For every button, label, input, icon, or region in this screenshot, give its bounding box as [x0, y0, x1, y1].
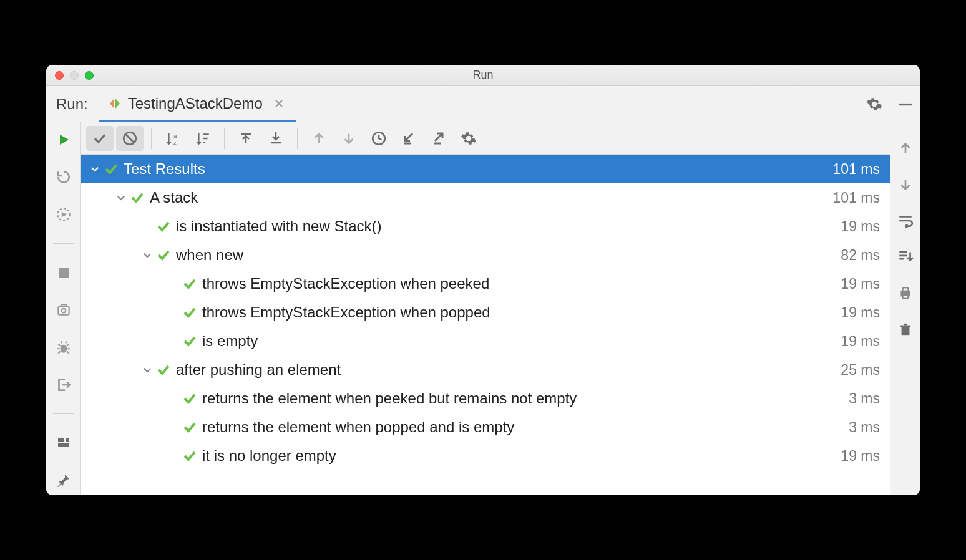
right-gutter	[890, 122, 920, 495]
test-results-tree[interactable]: Test Results 101 ms A stack101 msis inst…	[81, 155, 890, 495]
chevron-down-icon[interactable]	[112, 192, 130, 203]
run-window: Run Run: TestingAStackDemo	[46, 65, 920, 495]
prev-failed-button[interactable]	[305, 126, 333, 151]
svg-rect-3	[58, 307, 69, 315]
clear-all-icon[interactable]	[895, 319, 915, 339]
svg-text:a: a	[173, 132, 177, 138]
svg-rect-18	[900, 326, 910, 327]
next-failed-button[interactable]	[335, 126, 363, 151]
tree-row[interactable]: returns the element when peeked but rema…	[81, 384, 890, 413]
tree-node-time: 19 ms	[841, 304, 880, 321]
panel-label: Run:	[56, 95, 88, 113]
pin-button[interactable]	[54, 470, 74, 490]
svg-rect-2	[59, 268, 69, 278]
chevron-down-icon[interactable]	[86, 163, 104, 175]
window-title: Run	[46, 69, 920, 82]
svg-rect-19	[904, 324, 907, 326]
export-tests-button[interactable]	[425, 126, 452, 151]
dump-threads-button[interactable]	[54, 300, 74, 320]
tab-label: TestingAStackDemo	[128, 95, 263, 112]
tree-node-time: 19 ms	[841, 333, 880, 350]
hide-panel-icon[interactable]	[897, 96, 914, 112]
check-icon	[182, 391, 197, 406]
tree-row[interactable]: throws EmptyStackException when peeked19…	[81, 269, 890, 298]
tabbar: Run: TestingAStackDemo	[46, 86, 920, 122]
sort-alpha-button[interactable]: az	[159, 126, 187, 151]
rerun-failed-button[interactable]	[54, 167, 74, 187]
main-column: az	[81, 122, 890, 495]
check-icon	[104, 162, 119, 176]
tab-run-config[interactable]: TestingAStackDemo	[99, 87, 296, 122]
svg-rect-7	[58, 438, 64, 442]
check-icon	[182, 305, 197, 320]
svg-rect-15	[902, 287, 908, 291]
debug-button[interactable]	[54, 337, 74, 357]
scroll-up-icon[interactable]	[895, 138, 915, 158]
tree-row[interactable]: it is no longer empty19 ms	[81, 442, 890, 470]
tree-row[interactable]: is instantiated with new Stack()19 ms	[81, 212, 890, 241]
tree-node-label: throws EmptyStackException when popped	[202, 304, 841, 321]
tree-node-time: 19 ms	[841, 218, 880, 235]
run-button[interactable]	[54, 130, 74, 150]
tree-node-label: is empty	[202, 332, 841, 350]
tree-row[interactable]: when new82 ms	[81, 241, 890, 269]
tree-node-time: 3 ms	[849, 390, 880, 407]
tree-node-time: 19 ms	[841, 276, 880, 292]
check-icon	[182, 276, 197, 291]
tree-node-label: throws EmptyStackException when peeked	[202, 275, 841, 292]
check-icon	[182, 334, 197, 349]
tree-node-label: when new	[176, 246, 841, 264]
chevron-down-icon[interactable]	[139, 249, 156, 261]
sort-duration-button[interactable]	[189, 126, 217, 151]
scroll-to-end-icon[interactable]	[895, 247, 915, 267]
soft-wrap-icon[interactable]	[895, 211, 915, 231]
tree-node-time: 82 ms	[841, 247, 880, 264]
show-passed-button[interactable]	[86, 126, 114, 151]
tree-node-label: after pushing an element	[176, 361, 841, 379]
check-icon	[130, 190, 145, 205]
settings-icon[interactable]	[866, 96, 882, 112]
close-tab-icon[interactable]	[274, 99, 284, 109]
titlebar: Run	[46, 65, 920, 86]
exit-button[interactable]	[54, 375, 74, 395]
stop-button[interactable]	[54, 263, 74, 282]
toggle-auto-test-button[interactable]	[54, 205, 74, 224]
import-tests-button[interactable]	[395, 126, 422, 151]
tree-node-time: 101 ms	[833, 190, 880, 206]
chevron-down-icon[interactable]	[139, 364, 156, 375]
show-ignored-button[interactable]	[116, 126, 144, 151]
check-icon	[156, 248, 171, 263]
tree-node-time: 3 ms	[849, 419, 880, 436]
svg-rect-0	[899, 103, 912, 105]
tree-row[interactable]: after pushing an element25 ms	[81, 355, 890, 384]
tree-node-label: is instantiated with new Stack()	[176, 218, 841, 235]
tree-node-time: 25 ms	[841, 362, 880, 379]
test-history-button[interactable]	[365, 126, 393, 151]
tree-node-label: it is no longer empty	[202, 447, 841, 465]
run-config-icon	[108, 97, 122, 110]
svg-point-6	[60, 345, 67, 353]
tree-root[interactable]: Test Results 101 ms	[81, 155, 890, 183]
check-icon	[156, 362, 171, 377]
svg-rect-9	[58, 443, 69, 447]
tree-root-label: Test Results	[124, 160, 833, 178]
svg-rect-5	[61, 304, 66, 306]
svg-rect-16	[902, 295, 908, 298]
tree-root-time: 101 ms	[833, 161, 880, 178]
test-settings-button[interactable]	[455, 126, 482, 151]
left-gutter	[46, 122, 81, 495]
tree-node-label: returns the element when peeked but rema…	[202, 390, 849, 407]
check-icon	[156, 219, 171, 234]
svg-text:z: z	[173, 138, 177, 145]
svg-rect-8	[66, 438, 69, 442]
tree-row[interactable]: is empty19 ms	[81, 327, 890, 355]
check-icon	[182, 448, 197, 463]
tree-row[interactable]: throws EmptyStackException when popped19…	[81, 298, 890, 327]
expand-all-button[interactable]	[232, 126, 260, 151]
layout-button[interactable]	[54, 433, 74, 453]
tree-row[interactable]: A stack101 ms	[81, 183, 890, 212]
scroll-down-icon[interactable]	[895, 175, 915, 195]
print-icon[interactable]	[895, 283, 915, 303]
collapse-all-button[interactable]	[262, 126, 290, 151]
tree-row[interactable]: returns the element when popped and is e…	[81, 413, 890, 442]
